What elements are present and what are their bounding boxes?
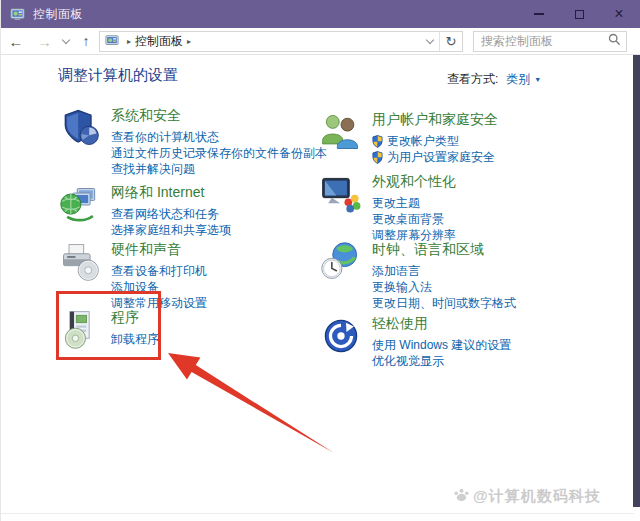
task-link[interactable]: 查看你的计算机状态 [111, 129, 327, 145]
security-icon[interactable] [58, 106, 102, 150]
task-link[interactable]: 查看网络状态和任务 [111, 206, 231, 222]
task-link[interactable]: 选择家庭组和共享选项 [111, 222, 231, 238]
dropdown-arrow-icon: ▼ [534, 76, 541, 83]
category-system-security: 系统和安全查看你的计算机状态通过文件历史记录保存你的文件备份副本查找并解决问题 [58, 106, 327, 177]
address-bar[interactable]: ▸ 控制面板 ▸ ↻ [99, 31, 463, 52]
maximize-button[interactable] [559, 0, 599, 28]
category-title-user-accounts[interactable]: 用户帐户和家庭安全 [372, 111, 498, 129]
task-link[interactable]: 通过文件历史记录保存你的文件备份副本 [111, 145, 327, 161]
category-title-ease-of-access[interactable]: 轻松使用 [372, 315, 511, 333]
category-title-hardware-sound[interactable]: 硬件和声音 [111, 241, 207, 259]
control-panel-icon [10, 6, 26, 22]
task-link[interactable]: 为用户设置家庭安全 [372, 149, 498, 165]
category-title-programs[interactable]: 程序 [111, 309, 159, 327]
search-box[interactable] [473, 31, 627, 52]
control-panel-icon [105, 34, 120, 49]
category-hardware-sound: 硬件和声音查看设备和打印机添加设备调整常用移动设置 [58, 240, 207, 311]
minimize-icon [534, 13, 544, 15]
paw-logo-icon [453, 486, 470, 506]
history-dropdown-button[interactable] [58, 28, 73, 55]
view-by-label: 查看方式: [447, 71, 498, 88]
category-network-internet: 网络和 Internet查看网络状态和任务选择家庭组和共享选项 [58, 183, 231, 238]
watermark-text: @计算机数码科技 [473, 487, 601, 506]
window-title: 控制面板 [33, 6, 83, 23]
users-icon[interactable] [319, 110, 363, 154]
watermark: @计算机数码科技 [453, 486, 601, 506]
task-link[interactable]: 卸载程序 [111, 331, 159, 347]
category-title-appearance[interactable]: 外观和个性化 [372, 173, 456, 191]
programs-icon[interactable] [58, 308, 102, 352]
task-link[interactable]: 添加设备 [111, 279, 207, 295]
ease-icon[interactable] [319, 314, 363, 358]
task-link[interactable]: 更改日期、时间或数字格式 [372, 295, 516, 311]
breadcrumb-control-panel[interactable]: 控制面板 [135, 33, 183, 50]
control-panel-window: 控制面板 × ← → ↑ ▸ 控制面板 ▸ [0, 0, 640, 521]
refresh-button[interactable]: ↻ [439, 32, 462, 51]
task-link[interactable]: 更改帐户类型 [372, 133, 498, 149]
category-programs: 程序卸载程序 [58, 308, 159, 352]
chevron-down-icon [426, 35, 434, 43]
uac-shield-icon [372, 151, 383, 164]
clock-icon[interactable] [319, 240, 363, 284]
task-link[interactable]: 更改桌面背景 [372, 211, 456, 227]
task-link[interactable]: 更改主题 [372, 195, 456, 211]
chevron-down-icon [61, 35, 69, 43]
network-icon[interactable] [58, 183, 102, 227]
address-dropdown-button[interactable] [421, 32, 439, 51]
task-link[interactable]: 优化视觉显示 [372, 353, 511, 369]
category-user-accounts: 用户帐户和家庭安全 更改帐户类型 为用户设置家庭安全 [319, 110, 498, 165]
navigation-bar: ← → ↑ ▸ 控制面板 ▸ ↻ [1, 28, 640, 55]
search-icon [608, 32, 621, 50]
minimize-button[interactable] [519, 0, 559, 28]
maximize-icon [575, 10, 584, 19]
page-title: 调整计算机的设置 [58, 66, 178, 85]
search-input[interactable] [479, 33, 608, 49]
category-ease-of-access: 轻松使用使用 Windows 建议的设置优化视觉显示 [319, 314, 511, 369]
category-title-network-internet[interactable]: 网络和 Internet [111, 184, 231, 202]
category-title-system-security[interactable]: 系统和安全 [111, 107, 327, 125]
category-clock-language: 时钟、语言和区域添加语言更换输入法更改日期、时间或数字格式 [319, 240, 516, 311]
view-by-dropdown[interactable]: 类别 ▼ [506, 71, 541, 88]
breadcrumb-separator-icon: ▸ [187, 37, 191, 46]
view-by-control: 查看方式: 类别 ▼ [447, 71, 541, 88]
task-link[interactable]: 更换输入法 [372, 279, 516, 295]
close-icon: × [614, 6, 623, 22]
task-link[interactable]: 查看设备和打印机 [111, 263, 207, 279]
hardware-icon[interactable] [58, 240, 102, 284]
uac-shield-icon [372, 135, 383, 148]
up-button[interactable]: ↑ [73, 28, 99, 55]
appearance-icon[interactable] [319, 172, 363, 216]
task-link[interactable]: 查找并解决问题 [111, 161, 327, 177]
forward-button[interactable]: → [31, 28, 58, 55]
category-title-clock-language[interactable]: 时钟、语言和区域 [372, 241, 516, 259]
back-button[interactable]: ← [1, 28, 31, 55]
task-link[interactable]: 使用 Windows 建议的设置 [372, 337, 511, 353]
title-bar: 控制面板 × [1, 0, 640, 28]
breadcrumb-separator-icon: ▸ [127, 37, 131, 46]
task-link[interactable]: 添加语言 [372, 263, 516, 279]
window-bottom-border [1, 513, 634, 514]
category-appearance: 外观和个性化更改主题更改桌面背景调整屏幕分辨率 [319, 172, 456, 243]
close-button[interactable]: × [599, 0, 639, 28]
desktop-background-strip [633, 55, 640, 507]
